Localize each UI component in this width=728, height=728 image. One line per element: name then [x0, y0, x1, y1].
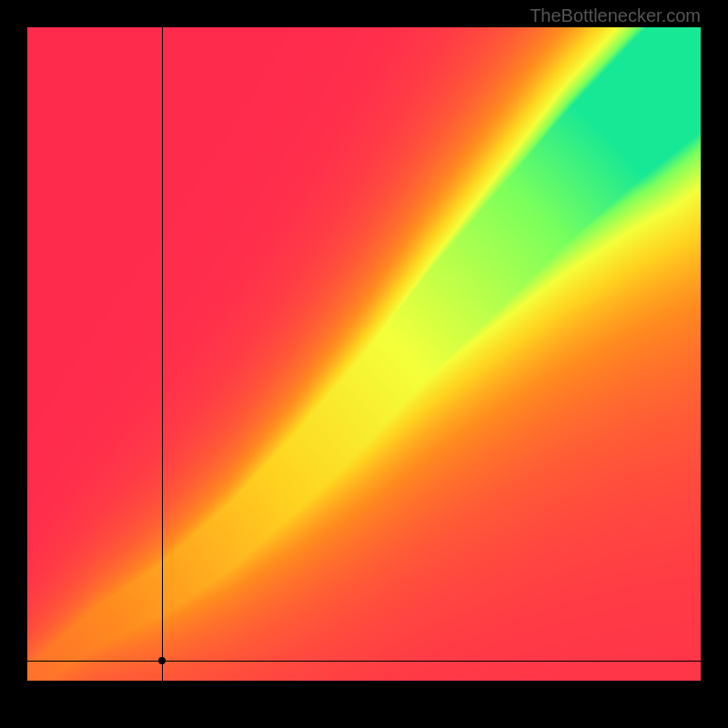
chart-container: TheBottlenecker.com [0, 0, 728, 728]
crosshair-vertical [162, 27, 163, 681]
attribution-text: TheBottlenecker.com [530, 5, 701, 26]
plot-area [27, 27, 701, 681]
marker-dot [158, 657, 166, 664]
crosshair-horizontal [27, 661, 701, 662]
heatmap-canvas [27, 27, 701, 681]
